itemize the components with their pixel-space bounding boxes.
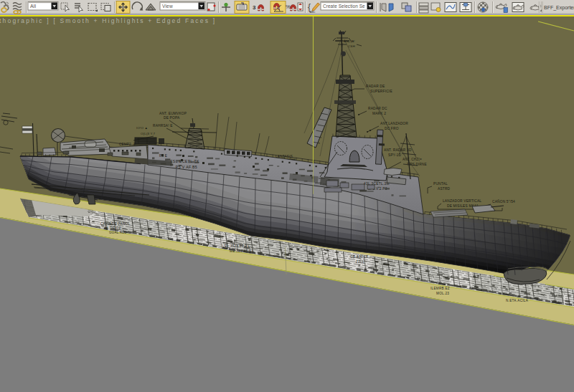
svg-text:ANT. CHZ(=: ANT. CHZ(=: [403, 158, 422, 161]
svg-text:ANT.LANZADOR: ANT.LANZADOR: [380, 122, 408, 125]
svg-text:DE POPA: DE POPA: [164, 116, 180, 120]
svg-text:SUPERFICIE: SUPERFICIE: [370, 90, 392, 93]
svg-text:ABC: ABC: [310, 11, 316, 14]
svg-text:DC FRO: DC FRO: [385, 127, 399, 130]
svg-text:3: 3: [253, 4, 256, 11]
svg-text:RADAR DE: RADAR DE: [366, 85, 385, 88]
svg-text:.P5 V AF.B5: .P5 V AF.B5: [174, 165, 197, 169]
svg-text:ASTRD: ASTRD: [438, 187, 451, 191]
svg-text:MOL.23: MOL.23: [436, 292, 449, 295]
svg-text:ANT. EUMVKOP: ANT. EUMVKOP: [159, 112, 187, 115]
svg-text:ILEMRB.EZ: ILEMRB.EZ: [430, 287, 450, 290]
svg-text:GB.A30.LF: GB.A30.LF: [350, 255, 368, 259]
svg-text:BFF_Exporter: BFF_Exporter: [544, 5, 574, 11]
svg-text:MARK 2: MARK 2: [372, 112, 386, 115]
svg-text:LANZADOR VERTICAL: LANZADOR VERTICAL: [443, 199, 481, 203]
svg-text:%: %: [286, 4, 291, 10]
svg-text:CAÑON 5"/54: CAÑON 5"/54: [492, 199, 515, 204]
svg-text:CEMP2 .3: CEMP2 .3: [119, 143, 136, 146]
svg-text:All: All: [30, 4, 37, 9]
svg-text:PUNTAL: PUNTAL: [433, 182, 448, 186]
svg-text:RAHRSA! E: RAHRSA! E: [153, 124, 173, 128]
svg-text:M. DE C2: M. DE C2: [105, 226, 121, 230]
svg-text:Z3LL: Z3LL: [356, 260, 364, 264]
svg-text:View: View: [162, 4, 173, 9]
svg-text:Create Selection Se: Create Selection Se: [323, 4, 365, 9]
svg-text:thographic ] [ Smooth + Highli: thographic ] [ Smooth + Highlights + Edg…: [0, 17, 216, 24]
svg-text:CAMA DE PANOL: CAMA DE PANOL: [100, 222, 130, 226]
svg-text:IO!O ▲: IO!O ▲: [136, 126, 148, 130]
svg-text:LEL.3623.40.2 L: LEL.3623.40.2 L: [222, 244, 250, 248]
svg-text:O(L(3 Y.7: O(L(3 Y.7: [141, 132, 156, 135]
svg-text:N.ETA.ACILA: N.ETA.ACILA: [506, 299, 529, 302]
svg-text:GUAL ALO: GUAL ALO: [109, 231, 127, 234]
svg-text:ME.3Z3.43.3 L: ME.3Z3.43.3 L: [230, 249, 254, 253]
svg-text:CSH: CSH: [348, 44, 355, 48]
